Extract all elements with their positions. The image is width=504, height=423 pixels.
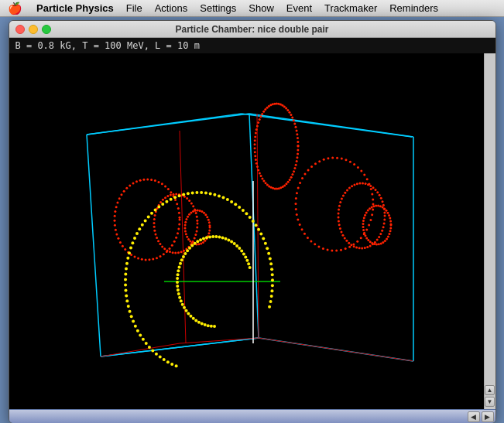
menu-reminders[interactable]: Reminders <box>383 1 444 15</box>
window-title: Particle Chamber: nice double pair <box>175 24 328 35</box>
menu-event[interactable]: Event <box>280 1 318 15</box>
info-bar: B = 0.8 kG, T = 100 MeV, L = 10 m <box>9 38 495 53</box>
particle-canvas-area[interactable]: ▲ ▼ <box>9 53 495 409</box>
scrollbar-right[interactable]: ▲ ▼ <box>484 53 495 409</box>
maximize-button[interactable] <box>42 25 51 34</box>
menu-particle-physics[interactable]: Particle Physics <box>30 1 120 15</box>
window-controls <box>15 25 51 34</box>
physics-params: B = 0.8 kG, T = 100 MeV, L = 10 m <box>15 40 200 51</box>
nav-left-button[interactable]: ◀ <box>468 411 480 422</box>
menu-actions[interactable]: Actions <box>149 1 194 15</box>
scroll-up-arrow[interactable]: ▲ <box>485 385 495 395</box>
apple-menu[interactable]: 🍎 <box>0 2 30 15</box>
bottom-bar: ◀ ▶ <box>9 409 495 423</box>
bottom-navigation: ◀ ▶ <box>468 411 494 422</box>
scroll-down-arrow[interactable]: ▼ <box>485 397 495 407</box>
menu-trackmaker[interactable]: Trackmaker <box>318 1 383 15</box>
menu-settings[interactable]: Settings <box>194 1 242 15</box>
close-button[interactable] <box>15 25 25 34</box>
main-window: Particle Chamber: nice double pair B = 0… <box>9 20 496 423</box>
nav-right-button[interactable]: ▶ <box>482 411 494 422</box>
title-bar: Particle Chamber: nice double pair <box>9 21 495 38</box>
menu-bar: 🍎 Particle Physics File Actions Settings… <box>0 0 504 17</box>
menu-show[interactable]: Show <box>242 1 280 15</box>
minimize-button[interactable] <box>29 25 38 34</box>
menu-file[interactable]: File <box>120 1 149 15</box>
